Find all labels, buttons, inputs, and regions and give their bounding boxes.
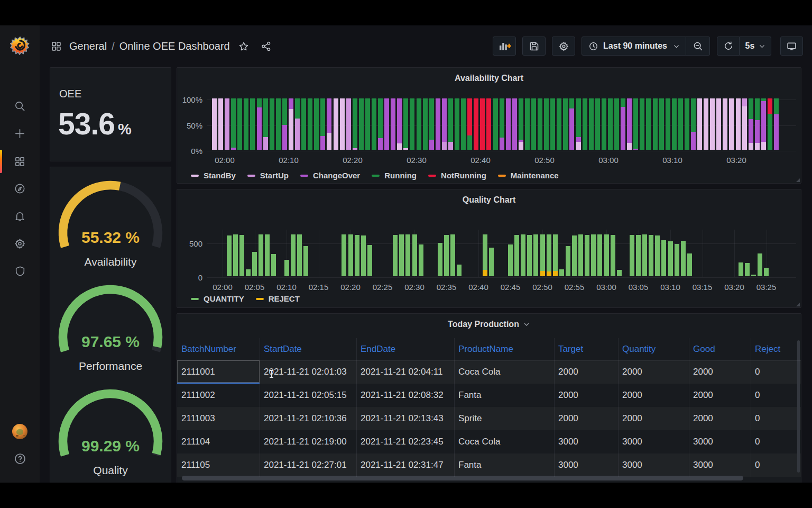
legend-item-reject[interactable]: REJECT <box>256 294 300 303</box>
oee-stat-unit: % <box>118 121 132 138</box>
availability-bar <box>621 98 625 150</box>
table-cell: 2000 <box>618 407 689 430</box>
column-header-reject[interactable]: Reject <box>751 338 802 360</box>
y-axis-label: 50% <box>179 121 202 130</box>
dashboard-grid: OEE 53.6% 55.32 %Availability97.65 %Perf… <box>40 67 812 483</box>
x-axis-label: 02:40 <box>468 283 488 292</box>
x-axis-label: 02:45 <box>501 283 521 292</box>
availability-bar <box>410 98 414 150</box>
availability-bar <box>678 98 683 150</box>
legend-item-running[interactable]: Running <box>372 171 417 180</box>
y-axis-label: 0% <box>179 147 202 156</box>
legend-label: StandBy <box>204 171 236 180</box>
availability-bar <box>320 98 325 150</box>
x-axis-label: 02:25 <box>373 283 393 292</box>
column-header-quantity[interactable]: Quantity <box>618 338 689 360</box>
quality-bar <box>636 235 641 276</box>
gauge-value: 99.29 % <box>81 437 140 455</box>
search-icon <box>14 100 26 112</box>
quality-bar <box>540 234 545 276</box>
availability-bar <box>237 98 242 150</box>
kiosk-tv-button[interactable] <box>780 37 803 56</box>
sidebar-item-search[interactable] <box>0 95 40 116</box>
column-header-target[interactable]: Target <box>554 338 618 360</box>
availability-bar <box>723 98 727 150</box>
availability-bar <box>359 98 364 150</box>
availability-bar <box>525 98 530 150</box>
legend-item-standby[interactable]: StandBy <box>191 171 236 180</box>
column-header-startdate[interactable]: StartDate <box>260 338 356 360</box>
sidebar-item-explore[interactable] <box>0 178 40 199</box>
sidebar-item-configuration[interactable] <box>0 233 40 254</box>
apps-grid-icon[interactable] <box>51 41 62 52</box>
quality-bar <box>585 235 589 276</box>
column-header-batchnumber[interactable]: BatchNumber <box>177 338 260 360</box>
refresh-interval-label: 5s <box>745 41 755 51</box>
legend-item-startup[interactable]: StartUp <box>247 171 289 180</box>
quality-bar <box>630 235 634 276</box>
availability-bar <box>212 98 217 150</box>
legend-swatch <box>256 298 264 300</box>
sidebar-item-help[interactable] <box>0 448 40 469</box>
column-header-enddate[interactable]: EndDate <box>356 338 454 360</box>
save-dashboard-button[interactable] <box>522 37 546 56</box>
legend-label: Running <box>384 171 417 180</box>
avatar[interactable] <box>12 424 27 439</box>
panel-resize-handle[interactable] <box>796 303 800 306</box>
sidebar-item-create[interactable] <box>0 123 40 144</box>
dashboard-title[interactable]: Online OEE Dashboard <box>119 40 230 52</box>
x-axis-label: 03:15 <box>693 283 713 292</box>
column-header-good[interactable]: Good <box>689 338 751 360</box>
gauge-label: Availability <box>85 256 137 268</box>
oee-stat-value: 53.6% <box>58 108 132 145</box>
column-header-productname[interactable]: ProductName <box>454 338 554 360</box>
breadcrumb-section[interactable]: General <box>69 40 107 52</box>
availability-bar <box>378 98 383 150</box>
quality-chart-legend: QUANTITYREJECT <box>191 294 311 303</box>
availability-bar <box>417 98 421 150</box>
quality-bar <box>419 244 423 276</box>
quality-bar <box>259 234 263 276</box>
time-range-picker[interactable]: Last 90 minutes <box>582 37 686 56</box>
availability-bar <box>289 98 293 150</box>
star-dashboard-button[interactable] <box>238 41 250 52</box>
availability-bar <box>627 98 632 150</box>
sidebar-item-dashboards[interactable] <box>0 151 40 172</box>
panel-resize-handle[interactable] <box>796 178 800 182</box>
grafana-logo[interactable] <box>0 32 40 58</box>
quality-bar <box>246 269 251 276</box>
table-cell: 2021-11-21 02:01:03 <box>260 360 356 384</box>
legend-item-quantity[interactable]: QUANTITY <box>191 294 244 303</box>
chevron-down-icon <box>523 321 530 328</box>
dashboard-settings-button[interactable] <box>552 37 575 56</box>
legend-item-notrunning[interactable]: NotRunning <box>428 171 486 180</box>
table-horizontal-scrollbar[interactable] <box>182 476 743 480</box>
refresh-interval-picker[interactable]: 5s <box>740 37 771 56</box>
compass-icon <box>14 183 26 195</box>
table-cell: 3000 <box>689 453 751 477</box>
sidebar-item-server-admin[interactable] <box>0 260 40 282</box>
add-panel-button[interactable] <box>493 37 516 56</box>
quality-bar <box>617 270 622 276</box>
availability-bar <box>455 98 459 150</box>
availability-bar <box>263 98 268 150</box>
x-axis-label: 03:00 <box>596 283 616 292</box>
share-dashboard-button[interactable] <box>261 41 272 52</box>
quality-bar <box>450 234 455 276</box>
legend-item-maintenance[interactable]: Maintenance <box>498 171 559 180</box>
zoom-out-time-button[interactable] <box>686 37 710 56</box>
x-axis-label: 03:25 <box>756 283 777 292</box>
availability-bar <box>301 98 306 150</box>
availability-bar <box>653 98 658 150</box>
chevron-down-icon <box>672 42 680 50</box>
quality-bar <box>597 234 602 276</box>
sidebar-item-alerting[interactable] <box>0 205 40 226</box>
quality-bar <box>591 234 596 276</box>
legend-item-changeover[interactable]: ChangeOver <box>300 171 360 180</box>
panel-title-production[interactable]: Today Production <box>177 314 801 335</box>
table-cell: 2021-11-21 02:19:00 <box>260 430 356 453</box>
availability-bar <box>595 98 600 150</box>
quality-bar <box>668 241 673 276</box>
quality-bar <box>399 234 404 276</box>
refresh-button[interactable] <box>717 37 740 56</box>
